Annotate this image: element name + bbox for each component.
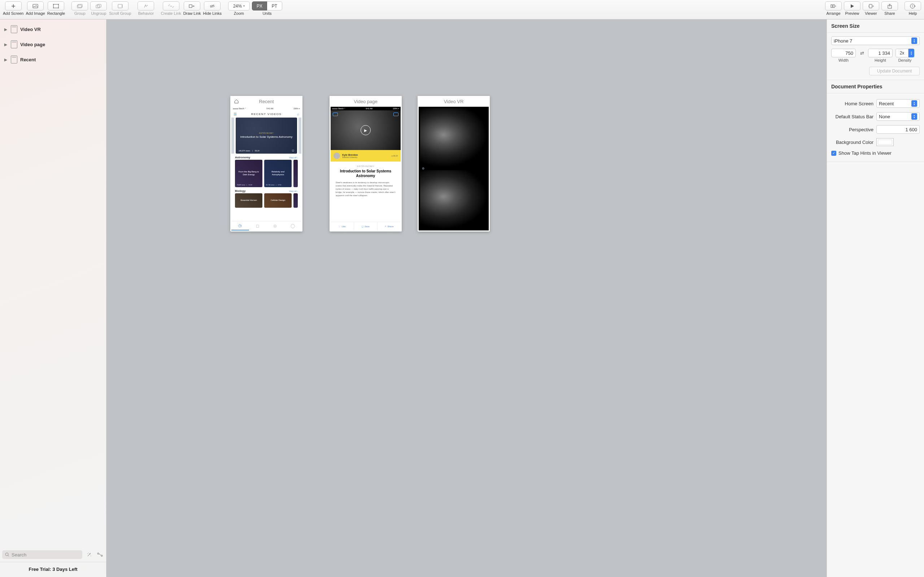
chevron-right-icon: ▶: [4, 43, 8, 47]
artboard-video-page[interactable]: Video page ●●●●● Sketch ⌃ 9:41 AM 100% ▪…: [330, 96, 402, 232]
add-image-button[interactable]: Add Image: [26, 2, 45, 16]
svg-point-3: [58, 4, 59, 5]
like-button: ♡Like: [331, 222, 354, 230]
trial-status: Free Trial: 3 Days Left: [0, 562, 106, 577]
units-toggle[interactable]: PX PT Units: [252, 2, 282, 16]
tap-hints-checkbox[interactable]: ✓: [831, 151, 836, 156]
svg-point-4: [53, 8, 54, 8]
svg-rect-10: [118, 4, 122, 8]
inspector-panel: Screen Size iPhone 7 ▲▼ 750 Width ⇄ 1 33…: [827, 19, 924, 577]
behavior-button[interactable]: Behavior: [137, 2, 154, 16]
update-document-button[interactable]: Update Document: [869, 67, 920, 76]
device-select[interactable]: iPhone 7 ▲▼: [831, 36, 920, 45]
height-input[interactable]: 1 334: [868, 49, 893, 57]
vr-eye-bottom: [420, 170, 487, 229]
width-input[interactable]: 750: [831, 49, 856, 57]
arrange-button[interactable]: Arrange: [825, 2, 842, 16]
layer-item-video-vr[interactable]: ▶ Video VR: [0, 22, 106, 37]
nav-bar: ☰ RECENT VIDEOS ⌕: [231, 110, 301, 118]
layers-sidebar: ▶ Video VR ▶ Video page ▶ Recent Search: [0, 19, 107, 577]
save-button: ◻Save: [354, 222, 378, 230]
bg-color-swatch[interactable]: [876, 138, 894, 146]
vr-eye-top: [420, 108, 487, 167]
avatar: [333, 153, 340, 159]
action-bar: ♡Like ◻Save ↗Shave: [331, 222, 401, 230]
status-bar: ●●●●● Sketch ⌃ 9:41 AM 100% ▪▪: [231, 107, 301, 110]
video-card: Cellular Design: [264, 193, 292, 208]
play-icon: ▶: [360, 125, 371, 135]
layer-label: Recent: [20, 57, 36, 62]
layer-label: Video VR: [20, 27, 41, 32]
help-button[interactable]: ? Help: [905, 2, 921, 16]
tab-recent: ◷: [231, 221, 249, 230]
screen-icon: [11, 56, 17, 63]
viewer-button[interactable]: Viewer: [863, 2, 879, 16]
layer-item-recent[interactable]: ▶ Recent: [0, 52, 106, 67]
svg-rect-9: [97, 4, 101, 7]
search-input[interactable]: Search: [2, 550, 82, 559]
add-screen-button[interactable]: Add Screen: [3, 2, 23, 16]
ungroup-button[interactable]: Ungroup: [90, 2, 107, 16]
magic-wand-icon[interactable]: [85, 551, 93, 559]
artboard-title: Video VR: [418, 96, 490, 107]
create-link-button[interactable]: Create Link: [161, 2, 181, 16]
screen-size-title: Screen Size: [827, 19, 924, 33]
preview-button[interactable]: Preview: [844, 2, 861, 16]
zoom-control[interactable]: 24%▾ Zoom: [228, 2, 250, 16]
chevron-right-icon: ▶: [4, 27, 8, 31]
status-bar-select[interactable]: None ▲▼: [876, 112, 920, 121]
canvas[interactable]: Recent ●●●●● Sketch ⌃ 9:41 AM 100% ▪▪ ☰ …: [107, 19, 827, 577]
layer-item-video-page[interactable]: ▶ Video page: [0, 37, 106, 52]
svg-point-19: [5, 553, 8, 556]
group-button[interactable]: Group: [71, 2, 88, 16]
toolbar: Add Screen Add Image Rectangle Group Ung…: [0, 0, 924, 19]
search-icon: [5, 553, 10, 557]
layer-label: Video page: [20, 42, 45, 47]
author-bar: Kyle Brenton Stanford Univercity ◷ 06:24: [331, 150, 401, 161]
svg-point-11: [147, 5, 148, 6]
home-screen-select[interactable]: Recent ▲▼: [876, 99, 920, 108]
hero-card: ASTRONOMY Introduction to Solar Systems …: [236, 118, 297, 154]
search-placeholder: Search: [11, 552, 26, 558]
svg-rect-14: [833, 5, 835, 8]
density-select[interactable]: 2x ▲▼: [895, 49, 914, 57]
svg-point-21: [101, 555, 102, 556]
svg-rect-12: [189, 5, 192, 8]
video-card: Relativity and Astrophysics 92,716 views…: [264, 160, 292, 187]
link-flow-icon[interactable]: [96, 551, 104, 559]
svg-text:?: ?: [912, 5, 914, 8]
swap-icon[interactable]: ⇄: [859, 49, 865, 57]
artboard-recent[interactable]: Recent ●●●●● Sketch ⌃ 9:41 AM 100% ▪▪ ☰ …: [230, 96, 302, 232]
perspective-input[interactable]: 1 600: [876, 125, 920, 134]
select-arrows-icon: ▲▼: [911, 113, 917, 120]
tab-bookmarks: ◻: [249, 221, 267, 230]
back-icon: [333, 113, 338, 116]
video-card: Essential Human: [235, 193, 262, 208]
bookmark-icon: ◻: [292, 149, 294, 152]
scroll-group-button[interactable]: Scroll Group: [109, 2, 131, 16]
artboard-title: Video page: [330, 96, 402, 107]
share-button[interactable]: Share: [881, 2, 898, 16]
units-px[interactable]: PX: [252, 2, 267, 10]
screen-icon: [11, 25, 17, 33]
svg-point-5: [58, 8, 59, 8]
artboard-video-vr[interactable]: Video VR ❚❚ ⚙: [418, 96, 490, 232]
svg-rect-15: [869, 4, 872, 8]
rectangle-button[interactable]: Rectangle: [47, 2, 65, 16]
svg-point-20: [97, 553, 99, 554]
search-icon: ⌕: [297, 112, 299, 116]
svg-rect-8: [96, 5, 100, 8]
hide-links-button[interactable]: Hide Links: [203, 2, 221, 16]
draw-link-button[interactable]: Draw Link: [183, 2, 201, 16]
video-player: ▶: [331, 110, 401, 150]
share-button: ↗Shave: [378, 222, 401, 230]
video-card: From the Big Bang to Dark Energy 73,637 …: [235, 160, 262, 187]
status-bar: ●●●●● Sketch ⌃ 9:41 AM 100% ▪▪: [331, 107, 401, 110]
svg-point-2: [53, 4, 54, 5]
list-icon: ☰: [234, 112, 237, 116]
units-pt[interactable]: PT: [267, 2, 282, 10]
tap-hints-label: Show Tap Hints in Viewer: [838, 150, 892, 156]
artboard-title: Recent: [230, 96, 302, 107]
tab-profile: ◯: [284, 221, 302, 230]
select-arrows-icon: ▲▼: [911, 37, 917, 44]
